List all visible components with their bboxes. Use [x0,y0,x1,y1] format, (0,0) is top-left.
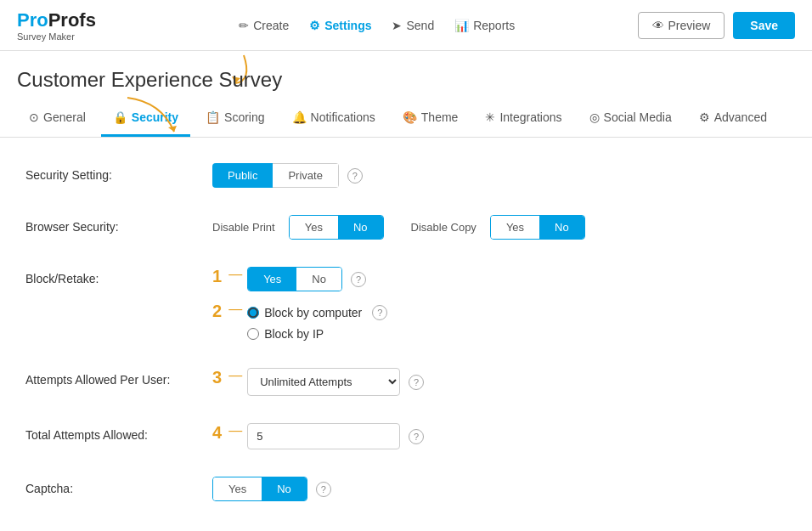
social-icon: ◎ [589,110,600,124]
block-type-radio-group: Block by computer ? Block by IP [247,305,387,341]
tab-security[interactable]: 🔒 Security [101,100,190,137]
disable-print-label: Disable Print [212,221,275,234]
public-private-toggle: Public Private [212,163,339,188]
step1-number: 1 [212,267,222,286]
block-ip-option[interactable]: Block by IP [247,327,387,341]
security-setting-label: Security Setting: [25,163,212,182]
tab-advanced[interactable]: ⚙ Advanced [687,100,779,137]
save-button[interactable]: Save [733,12,795,39]
security-setting-row: Security Setting: Public Private ? [25,163,787,188]
step2-number: 2 [212,302,222,321]
disable-print-yes[interactable]: Yes [290,216,338,239]
disable-copy-label: Disable Copy [411,221,476,234]
preview-button[interactable]: 👁 Preview [638,12,725,39]
block-computer-help[interactable]: ? [372,305,387,320]
step2-container: 2 — Block by computer ? Block by IP [212,302,387,341]
tab-theme[interactable]: 🎨 Theme [391,100,471,137]
captcha-yes[interactable]: Yes [213,477,262,500]
disable-copy-toggle: Yes No [490,215,585,240]
logo-tagline: Survey Maker [17,31,96,42]
advanced-icon: ⚙ [699,110,710,124]
captcha-label: Captcha: [25,477,212,495]
tabs-bar: ⊙ General 🔒 Security 📋 Scoring 🔔 Notific… [0,100,812,138]
nav-create[interactable]: ✏ Create [239,19,289,32]
tab-notifications[interactable]: 🔔 Notifications [280,100,387,137]
total-attempts-input[interactable] [247,423,400,449]
integrations-icon: ✳ [485,110,495,124]
captcha-row: Captcha: Yes No ? [25,477,787,501]
nav-actions: 👁 Preview Save [638,12,796,39]
block-retake-label: Block/Retake: [25,267,212,285]
block-computer-option[interactable]: Block by computer ? [247,305,387,320]
block-ip-radio[interactable] [247,328,259,340]
tab-general[interactable]: ⊙ General [17,100,98,137]
step1-container: 1 — Yes No ? [212,267,387,291]
send-icon: ➤ [392,19,402,32]
block-retake-yes[interactable]: Yes [248,268,296,291]
gear-icon: ⚙ [309,19,320,32]
public-button[interactable]: Public [212,163,273,188]
block-retake-help[interactable]: ? [351,272,366,287]
disable-print-toggle: Yes No [289,215,384,240]
survey-title-section: Customer Experience Survey [0,51,812,100]
tab-social-media[interactable]: ◎ Social Media [578,100,684,137]
nav-settings[interactable]: ⚙ Settings [309,19,371,32]
block-retake-no[interactable]: No [296,268,341,291]
total-attempts-label: Total Attempts Allowed: [25,423,212,442]
lock-icon: 🔒 [113,110,127,124]
captcha-controls: Yes No ? [212,477,331,501]
browser-security-controls: Disable Print Yes No Disable Copy Yes No [212,215,585,240]
nav-links: ✏ Create ⚙ Settings ➤ Send 📊 Reports [218,19,515,32]
attempts-per-user-label: Attempts Allowed Per User: [25,368,212,387]
captcha-no[interactable]: No [262,477,307,500]
attempts-per-user-help[interactable]: ? [409,375,424,390]
pencil-icon: ✏ [239,19,249,32]
captcha-toggle: Yes No [212,477,307,501]
step3-number: 3 [212,368,222,387]
private-button[interactable]: Private [273,163,338,188]
security-setting-help[interactable]: ? [347,168,363,184]
step4-container: 4 — ? [212,423,424,449]
general-icon: ⊙ [29,110,39,124]
settings-content: Security Setting: Public Private ? Brows… [0,138,812,531]
block-retake-controls: 1 — Yes No ? 2 — Block by [212,267,387,341]
tab-integrations[interactable]: ✳ Integrations [473,100,573,137]
total-attempts-help[interactable]: ? [409,429,424,444]
logo-pro: Pro [17,9,48,31]
block-type-controls: Block by computer ? Block by IP [247,302,387,341]
block-computer-radio[interactable] [247,307,259,319]
block-retake-toggle: Yes No [247,267,342,291]
bell-icon: 🔔 [292,110,307,124]
total-attempts-row: Total Attempts Allowed: 4 — ? [25,423,787,449]
nav-reports[interactable]: 📊 Reports [454,19,515,32]
survey-title: Customer Experience Survey [17,68,282,92]
security-setting-controls: Public Private ? [212,163,363,188]
attempts-per-user-row: Attempts Allowed Per User: 3 — Unlimited… [25,368,787,396]
disable-copy-no[interactable]: No [539,216,584,239]
logo-profs: Profs [48,9,96,31]
nav-send[interactable]: ➤ Send [392,19,434,32]
logo: ProProfs Survey Maker [17,9,96,42]
step4-number: 4 [212,423,222,443]
scoring-icon: 📋 [206,110,220,124]
top-navigation: ProProfs Survey Maker ✏ Create ⚙ Setting… [0,0,812,51]
browser-security-row: Browser Security: Disable Print Yes No D… [25,215,787,240]
eye-icon: 👁 [652,19,664,32]
step3-container: 3 — Unlimited Attempts 1 2 3 5 10 ? [212,368,424,396]
theme-icon: 🎨 [403,110,417,124]
bar-chart-icon: 📊 [454,19,469,32]
disable-print-no[interactable]: No [338,216,383,239]
tab-scoring[interactable]: 📋 Scoring [194,100,276,137]
browser-security-label: Browser Security: [25,215,212,234]
captcha-help[interactable]: ? [316,482,331,497]
attempts-per-user-select[interactable]: Unlimited Attempts 1 2 3 5 10 [247,368,400,396]
disable-copy-yes[interactable]: Yes [491,216,539,239]
block-retake-row: Block/Retake: 1 — Yes No ? 2 — [25,267,787,341]
